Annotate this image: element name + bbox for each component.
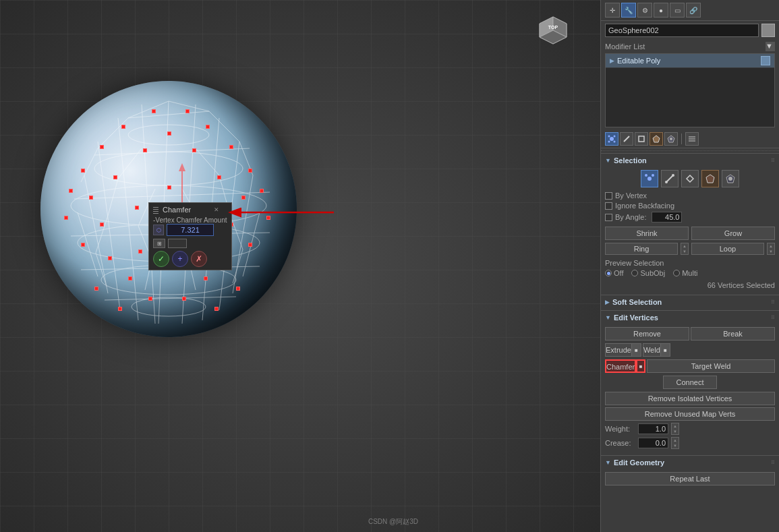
by-angle-checkbox[interactable] — [605, 214, 612, 221]
loop-down[interactable]: ▼ — [768, 249, 774, 254]
settings-icon[interactable] — [685, 132, 699, 146]
ignore-backfacing-checkbox[interactable] — [605, 202, 612, 210]
element-sel-btn[interactable] — [722, 170, 739, 187]
ring-down[interactable]: ▼ — [681, 249, 688, 254]
weld-group: Weld ■ — [643, 343, 670, 357]
target-weld-button[interactable]: Target Weld — [647, 359, 775, 373]
element-mode-btn[interactable] — [664, 132, 678, 146]
chamfer-popup: Chamfer ✕ -Vertex Chamfer Amount ⬡ 7.321… — [148, 202, 232, 270]
modifier-name: Editable Poly — [617, 57, 761, 65]
weight-down[interactable]: ▼ — [672, 429, 679, 434]
modify-tab[interactable]: 🔧 — [621, 3, 636, 18]
weight-up[interactable]: ▲ — [672, 423, 679, 429]
chamfer-value-input[interactable]: 7.321 — [167, 224, 214, 236]
preview-subobj-radio[interactable] — [631, 270, 638, 276]
crease-spinner[interactable]: ▲ ▼ — [671, 437, 679, 449]
poly-mode-btn[interactable] — [650, 132, 663, 146]
preview-off-option[interactable]: Off — [605, 269, 623, 277]
svg-line-47 — [96, 253, 107, 287]
extrude-button[interactable]: Extrude — [605, 343, 632, 357]
extrude-group: Extrude ■ — [605, 343, 641, 357]
vertices-count: 66 Vertices Selected — [605, 281, 775, 289]
weld-settings-button[interactable]: ■ — [661, 343, 670, 357]
edit-geometry-header[interactable]: ▼ Edit Geometry ⠿ — [601, 455, 779, 469]
svg-point-69 — [645, 174, 647, 177]
vertex-mode-btn[interactable] — [605, 132, 618, 146]
modifier-options-icon[interactable] — [761, 56, 770, 65]
remove-isolated-button[interactable]: Remove Isolated Vertices — [605, 392, 775, 405]
shrink-button[interactable]: Shrink — [605, 227, 689, 240]
modifier-stack: ▶ Editable Poly — [605, 53, 775, 127]
vertex-dot — [81, 243, 85, 247]
loop-spinner[interactable]: ▲ ▼ — [767, 243, 775, 255]
chamfer-settings-button[interactable]: ■ — [636, 359, 645, 373]
hierarchy-tab[interactable]: ⚙ — [637, 3, 652, 18]
soft-selection-header[interactable]: ▶ Soft Selection ⠿ — [601, 295, 779, 309]
svg-point-73 — [672, 174, 674, 177]
nav-cube[interactable]: TOP — [533, 10, 573, 51]
grow-button[interactable]: Grow — [691, 227, 775, 240]
chamfer-title-label: Chamfer — [163, 206, 191, 214]
chamfer-close-area[interactable]: ✕ — [214, 206, 219, 213]
ring-spinner[interactable]: ▲ ▼ — [681, 243, 689, 255]
remove-button[interactable]: Remove — [605, 327, 689, 341]
chamfer-cancel-button[interactable]: ✗ — [191, 251, 207, 267]
chamfer-ok-button[interactable]: ✓ — [153, 251, 169, 267]
chamfer-toggle[interactable] — [168, 239, 187, 248]
svg-marker-74 — [706, 175, 714, 183]
svg-point-10 — [132, 297, 206, 316]
edit-vertices-header[interactable]: ▼ Edit Vertices ⠿ — [601, 310, 779, 324]
svg-point-58 — [608, 141, 610, 143]
edit-vertices-content: Remove Break Extrude ■ Weld ■ Chamfer ■ … — [601, 324, 779, 454]
weight-spinner[interactable]: ▲ ▼ — [671, 423, 679, 435]
color-swatch[interactable] — [761, 24, 775, 37]
preview-subobj-option[interactable]: SubObj — [631, 269, 665, 277]
object-name-input[interactable] — [605, 24, 759, 37]
border-sel-btn[interactable] — [681, 170, 699, 187]
remove-unused-map-button[interactable]: Remove Unused Map Verts — [605, 407, 775, 421]
edit-vertices-title: Edit Vertices — [614, 314, 658, 322]
extrude-settings-button[interactable]: ■ — [632, 343, 641, 357]
by-vertex-checkbox[interactable] — [605, 192, 612, 200]
svg-point-57 — [614, 136, 616, 138]
chamfer-targetweld-row: Chamfer ■ Target Weld — [605, 359, 775, 373]
preview-multi-radio[interactable] — [673, 270, 680, 276]
modifier-item-editable-poly[interactable]: ▶ Editable Poly — [606, 54, 774, 68]
border-mode-btn[interactable] — [635, 132, 648, 146]
edge-mode-btn[interactable] — [620, 132, 633, 146]
display-tab[interactable]: ▭ — [670, 3, 685, 18]
vertex-sel-btn[interactable] — [641, 170, 658, 187]
crease-up[interactable]: ▲ — [672, 438, 679, 443]
preview-off-radio[interactable] — [605, 270, 612, 276]
vertex-dot — [121, 125, 125, 129]
svg-marker-62 — [653, 136, 660, 142]
by-angle-row: By Angle: — [605, 212, 775, 223]
by-angle-input[interactable] — [652, 212, 682, 223]
svg-line-23 — [94, 148, 250, 155]
chamfer-button[interactable]: Chamfer — [605, 359, 636, 373]
connect-button[interactable]: Connect — [663, 376, 717, 389]
crease-input[interactable] — [638, 438, 668, 448]
motion-tab[interactable]: ● — [654, 3, 668, 18]
svg-text:TOP: TOP — [548, 25, 558, 30]
chamfer-add-button[interactable]: + — [172, 251, 188, 267]
ring-up[interactable]: ▲ — [681, 243, 688, 249]
polygon-sel-btn[interactable] — [701, 170, 719, 187]
edit-vert-arrow-icon: ▼ — [605, 314, 611, 321]
preview-multi-option[interactable]: Multi — [673, 269, 697, 277]
edge-sel-btn[interactable] — [661, 170, 679, 187]
weight-input[interactable] — [638, 423, 668, 434]
loop-up[interactable]: ▲ — [768, 243, 774, 249]
vertex-dot — [192, 148, 196, 152]
break-button[interactable]: Break — [691, 327, 775, 341]
drag-handle[interactable] — [153, 206, 158, 214]
modifier-dropdown[interactable]: ▼ — [766, 42, 775, 51]
utilities-tab[interactable]: 🔗 — [686, 3, 701, 18]
repeat-last-button[interactable]: Repeat Last — [605, 472, 775, 485]
create-tab[interactable]: ✛ — [605, 3, 620, 18]
crease-down[interactable]: ▼ — [672, 443, 679, 448]
crease-label: Crease: — [605, 439, 635, 447]
svg-line-18 — [118, 118, 138, 320]
weld-button[interactable]: Weld — [643, 343, 661, 357]
selection-section-header[interactable]: ▼ Selection ⠿ — [601, 153, 779, 167]
